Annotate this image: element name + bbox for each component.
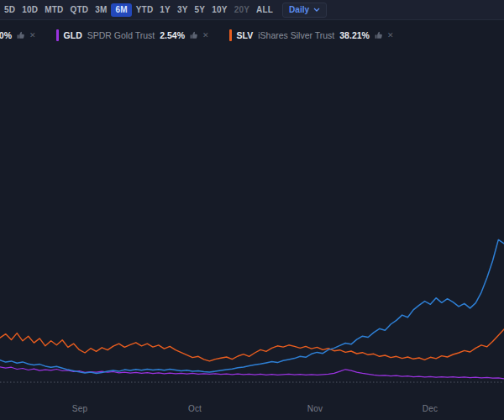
range-5d-button[interactable]: 5D (2, 3, 18, 17)
range-qtd-button[interactable]: QTD (67, 3, 91, 17)
legend-ticker: SLV (237, 30, 254, 40)
series-line-SLV (0, 329, 504, 361)
range-all-button[interactable]: ALL (254, 3, 276, 17)
close-icon[interactable]: ✕ (387, 32, 394, 39)
chevron-down-icon (313, 8, 320, 12)
range-mtd-button[interactable]: MTD (42, 3, 66, 17)
legend-item-partial[interactable]: 00% ✕ (0, 30, 36, 40)
thumbs-up-icon[interactable] (17, 31, 25, 39)
close-icon[interactable]: ✕ (202, 32, 209, 39)
legend-value: 00% (0, 30, 12, 40)
legend-value: 38.21% (339, 30, 370, 40)
range-6m-button[interactable]: 6M (111, 3, 131, 17)
thumbs-up-icon[interactable] (375, 31, 383, 39)
range-3m-button[interactable]: 3M (92, 3, 109, 17)
legend-ticker: GLD (64, 30, 82, 40)
range-5y-button[interactable]: 5Y (192, 3, 208, 17)
legend-value: 2.54% (160, 30, 185, 40)
frequency-label: Daily (289, 5, 309, 15)
thumbs-up-icon[interactable] (190, 31, 198, 39)
legend-row: 00% ✕ GLD SPDR Gold Trust 2.54% ✕ SLV iS… (0, 26, 393, 45)
close-icon[interactable]: ✕ (29, 32, 36, 39)
legend-name: iShares Silver Trust (258, 30, 334, 40)
legend-name: SPDR Gold Trust (87, 30, 155, 40)
series-line-GLD (0, 367, 504, 379)
range-10y-button[interactable]: 10Y (209, 3, 229, 17)
range-3y-button[interactable]: 3Y (175, 3, 191, 17)
range-ytd-button[interactable]: YTD (134, 3, 156, 17)
price-chart[interactable] (0, 0, 504, 420)
range-20y-button[interactable]: 20Y (232, 3, 252, 17)
date-range-toolbar: 5D 10D MTD QTD 3M 6M YTD 1Y 3Y 5Y 10Y 20… (0, 0, 504, 20)
legend-item-slv[interactable]: SLV iShares Silver Trust 38.21% ✕ (229, 29, 394, 41)
chart-app: SepOctNovDec 5D 10D MTD QTD 3M 6M YTD 1Y… (0, 0, 504, 420)
legend-item-gld[interactable]: GLD SPDR Gold Trust 2.54% ✕ (56, 29, 209, 41)
series-color-bar (229, 29, 232, 41)
range-10d-button[interactable]: 10D (19, 3, 40, 17)
series-line-unknown (0, 239, 504, 373)
series-color-bar (56, 29, 59, 41)
range-1y-button[interactable]: 1Y (157, 3, 173, 17)
frequency-dropdown[interactable]: Daily (282, 3, 327, 18)
